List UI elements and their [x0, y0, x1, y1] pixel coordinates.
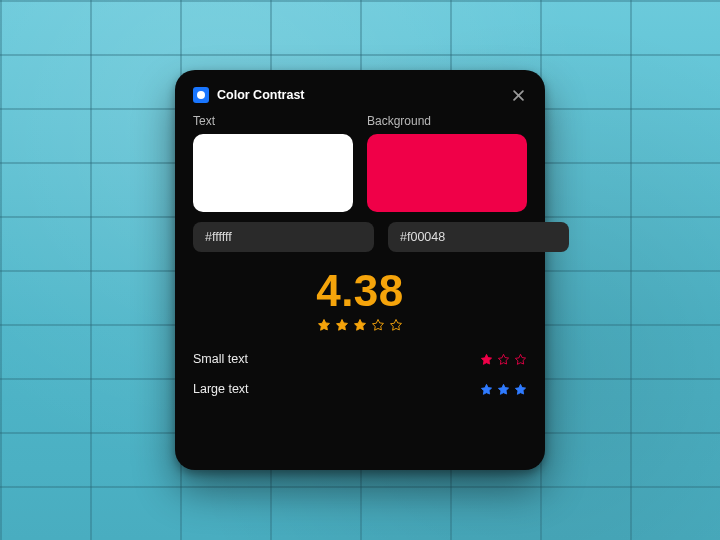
text-color-swatch[interactable] [193, 134, 353, 212]
small-text-label: Small text [193, 352, 248, 366]
small-text-stars [480, 353, 527, 366]
small-text-row: Small text [193, 344, 527, 374]
background-hex-input[interactable] [388, 222, 569, 252]
app-title: Color Contrast [217, 88, 305, 102]
titlebar: Color Contrast [193, 86, 527, 104]
contrast-panel: Color Contrast Text Background 4.38 Smal… [175, 70, 545, 470]
text-color-label: Text [193, 114, 353, 128]
large-text-stars [480, 383, 527, 396]
score-section: 4.38 [193, 268, 527, 336]
background-color-label: Background [367, 114, 527, 128]
close-icon[interactable] [509, 86, 527, 104]
score-stars [317, 318, 403, 332]
app-icon [193, 87, 209, 103]
large-text-label: Large text [193, 382, 249, 396]
contrast-score: 4.38 [193, 268, 527, 314]
background-color-swatch[interactable] [367, 134, 527, 212]
large-text-row: Large text [193, 374, 527, 404]
text-hex-input[interactable] [193, 222, 374, 252]
